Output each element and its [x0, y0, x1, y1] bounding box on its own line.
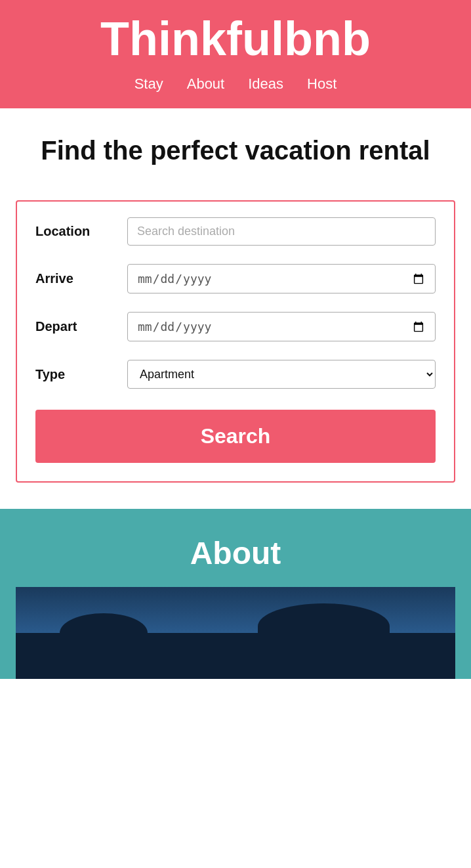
location-row: Location [35, 217, 436, 246]
arrive-label: Arrive [35, 271, 127, 286]
nav-item-host[interactable]: Host [307, 76, 337, 93]
arrive-date-input[interactable] [127, 264, 436, 293]
nav-item-stay[interactable]: Stay [134, 76, 163, 93]
search-form: Location Arrive Depart Type Apartment Ho… [16, 200, 455, 483]
about-title: About [16, 535, 455, 571]
image-silhouette [16, 633, 455, 679]
site-header: Thinkfulbnb Stay About Ideas Host [0, 0, 471, 108]
main-nav: Stay About Ideas Host [10, 76, 461, 93]
type-label: Type [35, 367, 127, 382]
about-image [16, 587, 455, 679]
location-label: Location [35, 224, 127, 239]
type-row: Type Apartment House Condo Villa [35, 360, 436, 389]
depart-row: Depart [35, 312, 436, 341]
nav-item-about[interactable]: About [187, 76, 225, 93]
hero-section: Find the perfect vacation rental [0, 108, 471, 200]
site-title: Thinkfulbnb [10, 13, 461, 65]
depart-date-input[interactable] [127, 312, 436, 341]
about-section: About [0, 509, 471, 679]
hero-title: Find the perfect vacation rental [16, 135, 455, 166]
search-button[interactable]: Search [35, 410, 436, 463]
depart-label: Depart [35, 319, 127, 334]
location-input[interactable] [127, 217, 436, 246]
arrive-row: Arrive [35, 264, 436, 293]
nav-item-ideas[interactable]: Ideas [248, 76, 283, 93]
type-select[interactable]: Apartment House Condo Villa [127, 360, 436, 389]
